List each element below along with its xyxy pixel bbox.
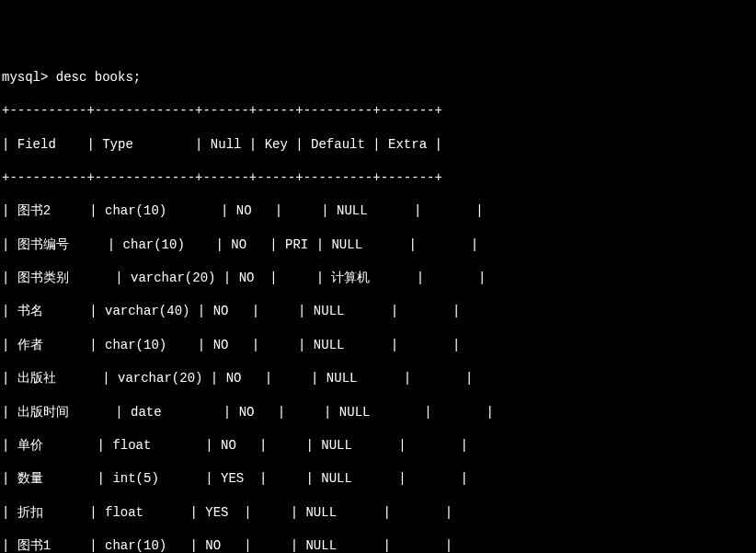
table1-row: | 图书编号 | char(10) | NO | PRI | NULL | | <box>2 236 754 253</box>
table1-row: | 图书2 | char(10) | NO | | NULL | | <box>2 202 754 219</box>
table1-row: | 出版时间 | date | NO | | NULL | | <box>2 404 754 421</box>
table1-row: | 数量 | int(5) | YES | | NULL | | <box>2 470 754 487</box>
table1-sep-top: +----------+-------------+------+-----+-… <box>2 102 754 119</box>
table1-row: | 折扣 | float | YES | | NULL | | <box>2 504 754 521</box>
table1-row: | 图书类别 | varchar(20) | NO | | 计算机 | | <box>2 270 754 286</box>
mysql-command-desc-1: mysql> desc books; <box>2 69 754 86</box>
table1-sep-mid: +----------+-------------+------+-----+-… <box>2 169 754 186</box>
table1-row: | 图书1 | char(10) | NO | | NULL | | <box>2 537 754 553</box>
table1-row: | 书名 | varchar(40) | NO | | NULL | | <box>2 303 754 319</box>
table1-row: | 出版社 | varchar(20) | NO | | NULL | | <box>2 370 754 386</box>
table1-row: | 作者 | char(10) | NO | | NULL | | <box>2 337 754 353</box>
table1-header: | Field | Type | Null | Key | Default | … <box>2 136 754 153</box>
table1-row: | 单价 | float | NO | | NULL | | <box>2 437 754 454</box>
